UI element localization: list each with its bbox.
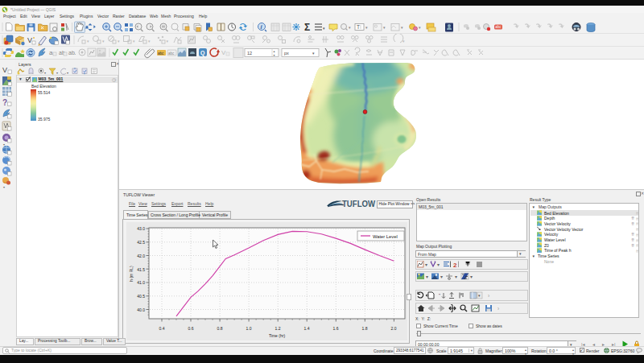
svg-text:⇈: ⇈ — [631, 221, 634, 226]
svg-text:▤: ▤ — [636, 249, 639, 253]
svg-text:12: 12 — [247, 51, 252, 56]
svg-text:⇈: ⇈ — [631, 243, 634, 248]
svg-text:V: V — [221, 49, 226, 56]
svg-text:Vector Velocity Vector: Vector Velocity Vector — [544, 227, 584, 232]
svg-text:Time (hr): Time (hr) — [269, 333, 285, 338]
svg-text:Velocity: Velocity — [544, 232, 559, 237]
svg-text:Time Series: Time Series — [538, 254, 559, 258]
svg-text:▾: ▾ — [118, 39, 120, 43]
svg-text:Vector Velocity: Vector Velocity — [544, 221, 571, 226]
svg-text:▾: ▾ — [470, 274, 473, 279]
svg-text:h (m RL): h (m RL) — [129, 266, 134, 282]
svg-text:ab: ab — [68, 50, 75, 56]
svg-text:px: px — [284, 51, 289, 56]
svg-text:▾: ▾ — [383, 25, 386, 30]
svg-text:V: V — [2, 66, 7, 74]
svg-text:Time of Peak h: Time of Peak h — [544, 248, 572, 253]
svg-text:▾: ▾ — [133, 39, 135, 43]
svg-text:T: T — [357, 24, 360, 30]
svg-text:›: › — [497, 306, 499, 311]
svg-text:41.5: 41.5 — [137, 267, 145, 272]
svg-text:abc: abc — [158, 52, 164, 56]
svg-text:42.5: 42.5 — [137, 240, 145, 245]
svg-text:Water Level: Water Level — [373, 234, 398, 239]
svg-text:▤: ▤ — [636, 233, 639, 237]
svg-text:a: a — [49, 49, 53, 56]
svg-text:Water Level: Water Level — [544, 237, 566, 242]
svg-text:▾: ▾ — [3, 142, 5, 146]
svg-text:Depth: Depth — [544, 216, 555, 221]
svg-text:▾: ▾ — [440, 274, 443, 279]
svg-text:abc: abc — [168, 52, 175, 56]
svg-text:▤: ▤ — [636, 238, 639, 242]
svg-text:V: V — [27, 36, 32, 44]
svg-text:▤: ▤ — [636, 211, 639, 215]
svg-text:›: › — [488, 293, 489, 299]
svg-text:2: 2 — [453, 262, 457, 269]
svg-text:⇈: ⇈ — [631, 216, 634, 221]
svg-text:▾: ▾ — [402, 39, 405, 43]
svg-text:▤: ▤ — [636, 221, 639, 225]
svg-text:Z0: Z0 — [544, 243, 549, 248]
svg-text:Σ: Σ — [304, 22, 310, 33]
svg-text:0.4: 0.4 — [159, 326, 165, 331]
svg-text:▤: ▤ — [636, 243, 639, 247]
svg-text:▾: ▾ — [425, 262, 427, 267]
svg-text:▾: ▾ — [148, 39, 151, 43]
svg-text:Q: Q — [200, 50, 205, 56]
svg-text:▾: ▾ — [3, 185, 5, 189]
svg-text:▾: ▾ — [274, 53, 275, 57]
svg-text:43.0: 43.0 — [137, 226, 145, 231]
svg-text:▾: ▾ — [349, 25, 351, 30]
svg-text:1.2: 1.2 — [275, 326, 281, 331]
svg-text:2.0: 2.0 — [391, 326, 397, 331]
svg-text:▤: ▤ — [636, 217, 639, 221]
svg-text:1.8: 1.8 — [362, 326, 368, 331]
svg-text:Bed Elevation: Bed Elevation — [544, 211, 569, 216]
svg-text:▾: ▾ — [437, 262, 440, 267]
svg-text:1.4: 1.4 — [304, 326, 310, 331]
svg-text:1.6: 1.6 — [333, 326, 339, 331]
svg-text:?: ? — [2, 98, 7, 107]
svg-text:⇈: ⇈ — [631, 237, 634, 242]
svg-text:1.0: 1.0 — [246, 326, 252, 331]
svg-text:▾: ▾ — [365, 25, 368, 30]
svg-text:▾: ▾ — [426, 274, 428, 279]
svg-text:42.0: 42.0 — [137, 254, 145, 258]
svg-text:0.8: 0.8 — [217, 326, 223, 331]
svg-text:0.6: 0.6 — [188, 326, 194, 331]
svg-text:None: None — [544, 259, 554, 264]
svg-text:▤: ▤ — [636, 227, 639, 231]
svg-text:▾: ▾ — [102, 39, 105, 43]
svg-text:41.0: 41.0 — [137, 280, 145, 285]
svg-text:▾: ▾ — [419, 25, 421, 30]
svg-text:▾: ▾ — [167, 39, 169, 43]
svg-text:40.5: 40.5 — [137, 294, 145, 299]
svg-text:abc: abc — [495, 25, 502, 29]
svg-text:▾: ▾ — [323, 26, 325, 31]
svg-text:▾: ▾ — [455, 274, 457, 279]
svg-text:ʹʹ: ʹʹ — [439, 293, 440, 298]
svg-text:▾: ▾ — [401, 25, 403, 30]
svg-text:40.0: 40.0 — [137, 307, 145, 312]
svg-text:▾: ▾ — [87, 39, 89, 43]
svg-text:TUFLOW: TUFLOW — [342, 200, 376, 208]
svg-text:⇈: ⇈ — [631, 232, 634, 237]
